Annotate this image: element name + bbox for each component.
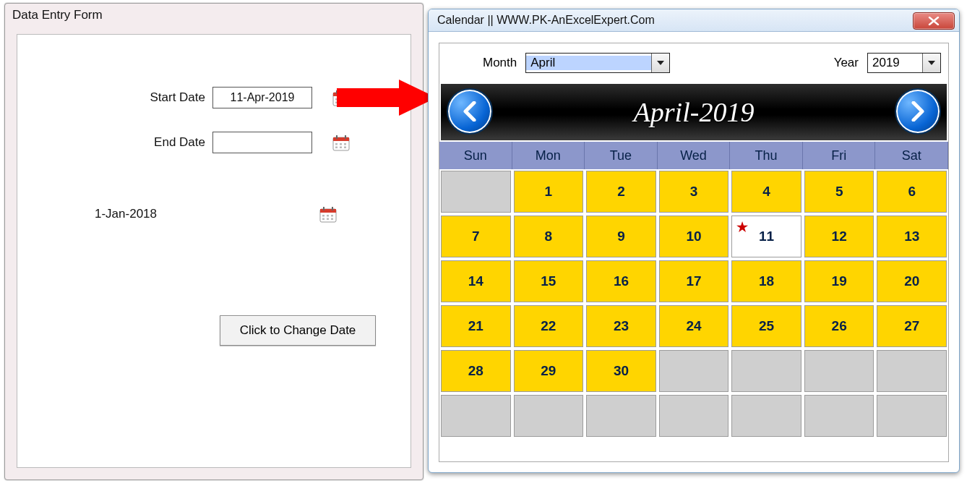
calendar-day-cell[interactable]: 10: [659, 216, 729, 257]
dow-sun: Sun: [439, 142, 512, 169]
next-month-button[interactable]: [895, 88, 941, 135]
day-number: 22: [541, 318, 556, 334]
day-number: 11: [759, 229, 774, 244]
day-number: 19: [832, 273, 847, 289]
svg-rect-21: [320, 209, 336, 213]
calendar-day-cell[interactable]: 27: [877, 305, 947, 347]
calendar-day-cell[interactable]: 8: [514, 216, 584, 257]
year-select[interactable]: 2019: [867, 53, 941, 73]
calendar-day-cell[interactable]: 30: [586, 350, 656, 392]
calendar-title: Calendar || WWW.PK-AnExcelExpert.Com: [429, 9, 959, 32]
calendar-day-cell: [659, 395, 729, 437]
day-number: 15: [541, 273, 556, 289]
svg-rect-26: [331, 215, 333, 217]
day-number: 20: [904, 273, 919, 289]
month-value: April: [526, 56, 651, 70]
calendar-day-cell[interactable]: 25: [731, 305, 801, 347]
calendar-day-cell[interactable]: 19: [804, 260, 874, 302]
form-title: Data Entry Form: [5, 4, 423, 27]
svg-rect-24: [322, 215, 324, 217]
calendar-day-cell[interactable]: 5: [804, 171, 874, 213]
start-date-label: Start Date: [17, 90, 212, 105]
calendar-day-cell[interactable]: 24: [659, 305, 729, 347]
day-of-week-header: Sun Mon Tue Wed Thu Fri Sat: [439, 142, 948, 169]
svg-rect-11: [333, 137, 349, 141]
prev-month-button[interactable]: [447, 88, 493, 135]
calendar-day-cell[interactable]: 17: [659, 260, 729, 302]
change-date-button[interactable]: Click to Change Date: [220, 315, 376, 346]
end-date-input[interactable]: [212, 132, 312, 153]
calendar-day-cell: [731, 395, 801, 437]
svg-marker-32: [928, 61, 935, 65]
calendar-day-cell[interactable]: 12: [804, 216, 874, 257]
dow-sat: Sat: [875, 142, 948, 169]
calendar-day-cell: [804, 350, 874, 392]
data-entry-form-window: Data Entry Form Start Date End Date 1-Ja…: [4, 3, 424, 480]
calendar-day-cell[interactable]: 14: [441, 260, 511, 302]
close-button[interactable]: [913, 12, 955, 30]
day-number: 29: [541, 363, 556, 379]
calendar-day-cell[interactable]: 4: [731, 171, 801, 213]
calendar-day-cell[interactable]: 26: [804, 305, 874, 347]
day-number: 9: [617, 229, 625, 244]
default-date-label: 1-Jan-2018: [17, 207, 241, 221]
day-number: 13: [904, 229, 919, 244]
svg-rect-28: [327, 218, 329, 221]
day-number: 7: [472, 229, 480, 244]
calendar-day-cell[interactable]: 23: [586, 305, 656, 347]
day-number: 1: [545, 184, 553, 200]
calendar-day-cell[interactable]: 29: [514, 350, 584, 392]
calendar-day-cell[interactable]: 9: [586, 216, 656, 257]
day-number: 16: [614, 273, 629, 289]
calendar-day-cell[interactable]: 22: [514, 305, 584, 347]
calendar-day-cell[interactable]: 13: [877, 216, 947, 257]
end-date-row: End Date: [17, 132, 411, 153]
dow-thu: Thu: [730, 142, 803, 169]
calendar-day-cell[interactable]: 28: [441, 350, 511, 392]
day-number: 6: [908, 184, 916, 200]
calendar-icon[interactable]: [332, 134, 350, 151]
calendar-day-cell[interactable]: 7: [441, 216, 511, 257]
calendar-day-cell: [514, 395, 584, 437]
day-number: 23: [614, 318, 629, 334]
filter-row: Month April Year 2019: [439, 43, 948, 82]
month-select[interactable]: April: [525, 53, 670, 73]
calendar-day-cell[interactable]: 15: [514, 260, 584, 302]
year-value: 2019: [868, 56, 922, 70]
day-number: 30: [614, 363, 629, 379]
dow-tue: Tue: [585, 142, 658, 169]
svg-rect-25: [327, 215, 329, 217]
calendar-day-cell: [659, 350, 729, 392]
svg-marker-31: [657, 61, 664, 65]
day-number: 28: [468, 363, 483, 379]
calendar-day-cell: [877, 395, 947, 437]
start-date-input[interactable]: [212, 87, 312, 108]
calendar-day-cell[interactable]: ★11: [731, 216, 801, 257]
day-number: 27: [904, 318, 919, 334]
year-label: Year: [834, 56, 859, 70]
svg-rect-15: [340, 143, 342, 145]
calendar-day-cell[interactable]: 3: [659, 171, 729, 213]
month-banner: April-2019: [439, 82, 948, 142]
calendar-day-cell[interactable]: 20: [877, 260, 947, 302]
calendar-day-cell: [731, 350, 801, 392]
calendar-day-cell[interactable]: 21: [441, 305, 511, 347]
svg-rect-16: [344, 143, 346, 145]
day-number: 10: [686, 229, 701, 244]
day-number: 12: [832, 229, 847, 244]
calendar-day-cell[interactable]: 6: [877, 171, 947, 213]
calendar-day-cell[interactable]: 16: [586, 260, 656, 302]
dow-mon: Mon: [512, 142, 585, 169]
calendar-day-cell[interactable]: 18: [731, 260, 801, 302]
arrow-icon: [337, 78, 438, 117]
end-date-label: End Date: [17, 135, 212, 150]
chevron-right-icon: [910, 101, 926, 122]
calendar-day-cell[interactable]: 1: [514, 171, 584, 213]
calendar-day-cell[interactable]: 2: [586, 171, 656, 213]
svg-rect-27: [322, 218, 324, 221]
day-number: 17: [686, 273, 701, 289]
day-number: 3: [690, 184, 698, 200]
calendar-day-cell: [441, 395, 511, 437]
calendar-title-text: Calendar || WWW.PK-AnExcelExpert.Com: [437, 14, 655, 26]
calendar-icon[interactable]: [319, 205, 337, 223]
